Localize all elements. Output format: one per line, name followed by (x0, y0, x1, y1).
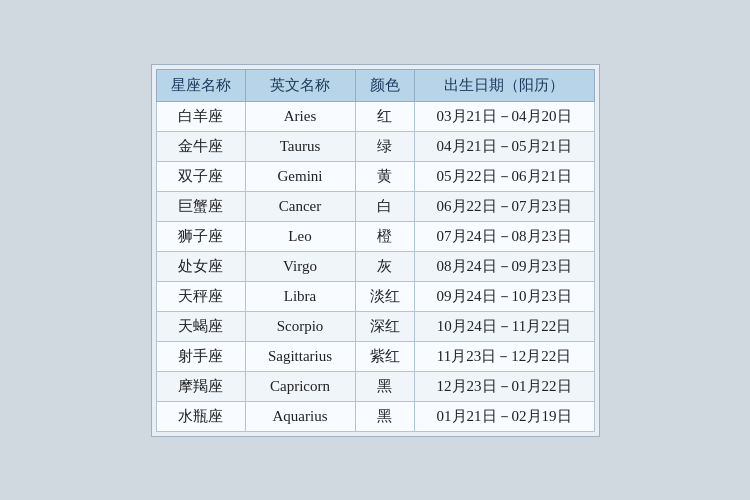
cell-color: 深红 (355, 311, 414, 341)
cell-english: Scorpio (245, 311, 355, 341)
cell-date: 08月24日－09月23日 (414, 251, 594, 281)
cell-english: Aries (245, 101, 355, 131)
zodiac-table-container: 星座名称 英文名称 颜色 出生日期（阳历） 白羊座Aries红03月21日－04… (151, 64, 600, 437)
cell-color: 淡红 (355, 281, 414, 311)
cell-date: 11月23日－12月22日 (414, 341, 594, 371)
cell-date: 06月22日－07月23日 (414, 191, 594, 221)
cell-chinese: 摩羯座 (156, 371, 245, 401)
cell-chinese: 白羊座 (156, 101, 245, 131)
cell-date: 05月22日－06月21日 (414, 161, 594, 191)
table-row: 天蝎座Scorpio深红10月24日－11月22日 (156, 311, 594, 341)
table-row: 巨蟹座Cancer白06月22日－07月23日 (156, 191, 594, 221)
cell-color: 黄 (355, 161, 414, 191)
cell-english: Leo (245, 221, 355, 251)
cell-english: Aquarius (245, 401, 355, 431)
header-chinese: 星座名称 (156, 69, 245, 101)
cell-color: 白 (355, 191, 414, 221)
cell-date: 07月24日－08月23日 (414, 221, 594, 251)
cell-english: Cancer (245, 191, 355, 221)
table-row: 金牛座Taurus绿04月21日－05月21日 (156, 131, 594, 161)
cell-chinese: 巨蟹座 (156, 191, 245, 221)
cell-color: 绿 (355, 131, 414, 161)
cell-chinese: 天蝎座 (156, 311, 245, 341)
cell-color: 红 (355, 101, 414, 131)
cell-date: 04月21日－05月21日 (414, 131, 594, 161)
cell-english: Virgo (245, 251, 355, 281)
cell-chinese: 水瓶座 (156, 401, 245, 431)
cell-date: 12月23日－01月22日 (414, 371, 594, 401)
cell-color: 灰 (355, 251, 414, 281)
cell-color: 黑 (355, 371, 414, 401)
header-color: 颜色 (355, 69, 414, 101)
table-row: 摩羯座Capricorn黑12月23日－01月22日 (156, 371, 594, 401)
cell-date: 10月24日－11月22日 (414, 311, 594, 341)
cell-date: 01月21日－02月19日 (414, 401, 594, 431)
cell-chinese: 射手座 (156, 341, 245, 371)
cell-chinese: 天秤座 (156, 281, 245, 311)
cell-date: 03月21日－04月20日 (414, 101, 594, 131)
header-english: 英文名称 (245, 69, 355, 101)
cell-english: Libra (245, 281, 355, 311)
cell-chinese: 处女座 (156, 251, 245, 281)
zodiac-table: 星座名称 英文名称 颜色 出生日期（阳历） 白羊座Aries红03月21日－04… (156, 69, 595, 432)
table-header-row: 星座名称 英文名称 颜色 出生日期（阳历） (156, 69, 594, 101)
table-row: 处女座Virgo灰08月24日－09月23日 (156, 251, 594, 281)
table-row: 双子座Gemini黄05月22日－06月21日 (156, 161, 594, 191)
table-row: 狮子座Leo橙07月24日－08月23日 (156, 221, 594, 251)
table-row: 水瓶座Aquarius黑01月21日－02月19日 (156, 401, 594, 431)
header-date: 出生日期（阳历） (414, 69, 594, 101)
cell-chinese: 金牛座 (156, 131, 245, 161)
cell-date: 09月24日－10月23日 (414, 281, 594, 311)
cell-color: 紫红 (355, 341, 414, 371)
cell-chinese: 双子座 (156, 161, 245, 191)
table-row: 白羊座Aries红03月21日－04月20日 (156, 101, 594, 131)
cell-color: 黑 (355, 401, 414, 431)
cell-english: Sagittarius (245, 341, 355, 371)
cell-english: Capricorn (245, 371, 355, 401)
cell-color: 橙 (355, 221, 414, 251)
table-row: 射手座Sagittarius紫红11月23日－12月22日 (156, 341, 594, 371)
cell-english: Taurus (245, 131, 355, 161)
cell-english: Gemini (245, 161, 355, 191)
cell-chinese: 狮子座 (156, 221, 245, 251)
table-row: 天秤座Libra淡红09月24日－10月23日 (156, 281, 594, 311)
